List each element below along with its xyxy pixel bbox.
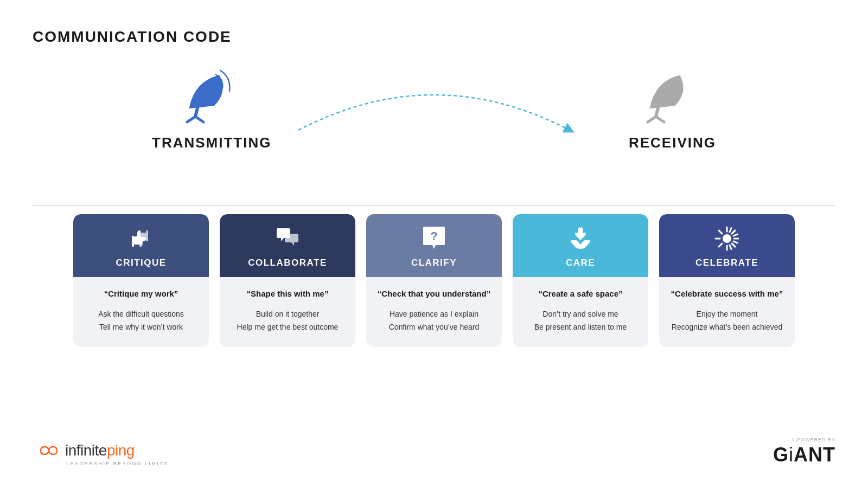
giant-brand: GiANT <box>773 444 835 466</box>
collaborate-bullets: Build on it together Help me get the bes… <box>228 308 347 334</box>
critique-quote: “Critique my work” <box>82 288 200 299</box>
logo-tagline: LEADERSHIP BEYOND LIMITS <box>66 461 169 466</box>
svg-line-24 <box>733 241 737 243</box>
care-bullets: Don’t try and solve me Be present and li… <box>521 308 640 334</box>
care-icon <box>567 225 594 252</box>
celebrate-header: CELEBRATE <box>659 214 795 277</box>
critique-title: CRITIQUE <box>116 258 166 268</box>
clarify-quote: “Check that you understand” <box>375 288 493 299</box>
critique-icon <box>127 225 155 252</box>
logo-text: infiniteping <box>65 442 135 459</box>
collaborate-icon <box>274 225 301 252</box>
svg-text:?: ? <box>430 229 437 243</box>
collaborate-body: “Shape this with me” Build on it togethe… <box>220 277 355 347</box>
clarify-bullets: Have patience as I explain Confirm what … <box>375 308 493 334</box>
care-title: CARE <box>566 258 595 268</box>
divider <box>33 205 835 206</box>
cards-container: CRITIQUE “Critique my work” Ask the diff… <box>33 214 835 347</box>
svg-line-20 <box>719 243 722 247</box>
transmitting-group: TRANSMITTING <box>152 65 271 151</box>
care-quote: “Create a safe space” <box>521 288 640 299</box>
receiving-satellite-icon <box>640 65 705 130</box>
svg-line-21 <box>730 228 731 232</box>
clarify-header: ? CLARIFY <box>366 214 502 277</box>
clarify-icon: ? <box>420 225 448 252</box>
svg-line-2 <box>187 117 195 122</box>
collaborate-quote: “Shape this with me” <box>228 288 347 299</box>
care-body: “Create a safe space” Don’t try and solv… <box>513 277 648 347</box>
celebrate-quote: “Celebrate success with me” <box>668 288 786 299</box>
powered-by-label: # POWERED BY <box>773 437 835 442</box>
logo-area: infiniteping LEADERSHIP BEYOND LIMITS <box>33 442 169 466</box>
celebrate-body: “Celebrate success with me” Enjoy the mo… <box>659 277 795 347</box>
svg-line-26 <box>730 245 731 249</box>
card-collaborate: COLLABORATE “Shape this with me” Build o… <box>220 214 355 347</box>
card-clarify: ? CLARIFY “Check that you understand” Ha… <box>366 214 502 347</box>
arc-arrow <box>244 54 624 141</box>
svg-line-22 <box>732 230 735 234</box>
collaborate-header: COLLABORATE <box>220 214 355 277</box>
care-header: CARE <box>513 214 648 277</box>
transmitting-satellite-icon <box>179 65 244 130</box>
svg-line-17 <box>719 230 722 234</box>
card-celebrate: CELEBRATE “Celebrate success with me” En… <box>659 214 795 347</box>
svg-line-25 <box>732 243 735 247</box>
critique-bullets: Ask the difficult questions Tell me why … <box>82 308 200 334</box>
celebrate-bullets: Enjoy the moment Recognize what’s been a… <box>668 308 786 334</box>
critique-header: CRITIQUE <box>73 214 209 277</box>
card-care: CARE “Create a safe space” Don’t try and… <box>513 214 648 347</box>
celebrate-icon <box>713 225 741 252</box>
svg-line-3 <box>195 117 203 122</box>
svg-line-7 <box>648 117 656 122</box>
celebrate-title: CELEBRATE <box>695 258 758 268</box>
clarify-body: “Check that you understand” Have patienc… <box>366 277 502 347</box>
satellites-area: TRANSMITTING RECEIVING <box>108 54 760 195</box>
receiving-label: RECEIVING <box>629 134 716 151</box>
powered-area: # POWERED BY GiANT <box>773 437 835 466</box>
page-title: COMMUNICATION CODE <box>33 28 232 46</box>
svg-line-8 <box>656 117 664 122</box>
transmitting-label: TRANSMITTING <box>152 134 271 151</box>
receiving-group: RECEIVING <box>629 65 716 151</box>
collaborate-title: COLLABORATE <box>248 258 327 268</box>
clarify-title: CLARIFY <box>411 258 457 268</box>
svg-line-23 <box>733 234 737 236</box>
svg-point-12 <box>723 234 731 243</box>
card-critique: CRITIQUE “Critique my work” Ask the diff… <box>73 214 209 347</box>
infinity-icon <box>33 445 65 457</box>
critique-body: “Critique my work” Ask the difficult que… <box>73 277 209 347</box>
